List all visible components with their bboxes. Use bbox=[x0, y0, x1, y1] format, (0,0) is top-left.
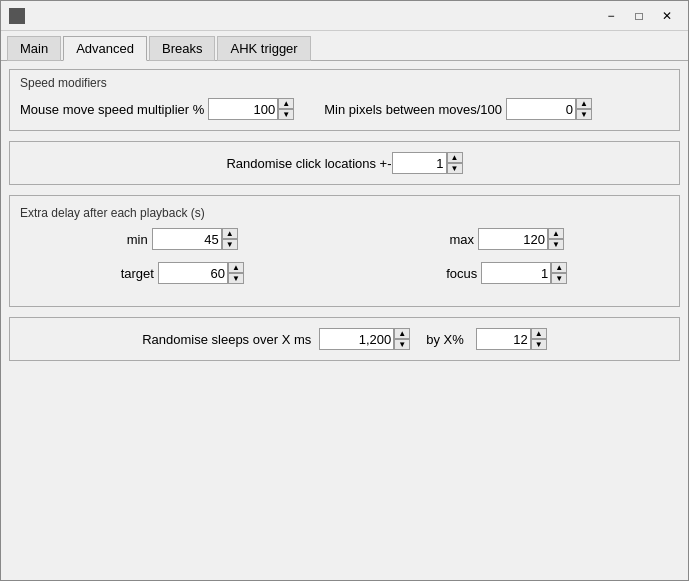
tab-ahk[interactable]: AHK trigger bbox=[217, 36, 310, 61]
target-input[interactable] bbox=[158, 262, 228, 284]
target-down[interactable]: ▼ bbox=[228, 273, 244, 284]
randomise-clicks-row: Randomise click locations +- ▲ ▼ bbox=[20, 152, 669, 174]
by-label: by X% bbox=[426, 332, 464, 347]
maximize-button[interactable]: □ bbox=[626, 5, 652, 27]
min-col: min ▲ ▼ bbox=[20, 228, 345, 250]
focus-label: focus bbox=[446, 266, 477, 281]
min-label: min bbox=[127, 232, 148, 247]
tab-breaks[interactable]: Breaks bbox=[149, 36, 215, 61]
randomise-sleeps-label: Randomise sleeps over X ms bbox=[142, 332, 311, 347]
target-col: target ▲ ▼ bbox=[20, 262, 345, 284]
min-pixels-input[interactable] bbox=[506, 98, 576, 120]
by-spinner: ▲ ▼ bbox=[476, 328, 547, 350]
focus-col: focus ▲ ▼ bbox=[345, 262, 670, 284]
randomise-clicks-down[interactable]: ▼ bbox=[447, 163, 463, 174]
extra-delay-title: Extra delay after each playback (s) bbox=[20, 206, 669, 220]
mouse-speed-spinbtns: ▲ ▼ bbox=[278, 98, 294, 120]
focus-up[interactable]: ▲ bbox=[551, 262, 567, 273]
min-down[interactable]: ▼ bbox=[222, 239, 238, 250]
min-pixels-spinbtns: ▲ ▼ bbox=[576, 98, 592, 120]
min-spinbtns: ▲ ▼ bbox=[222, 228, 238, 250]
mouse-speed-label: Mouse move speed multiplier % bbox=[20, 102, 204, 117]
speed-modifiers-row: Mouse move speed multiplier % ▲ ▼ Min pi… bbox=[20, 98, 669, 120]
focus-down[interactable]: ▼ bbox=[551, 273, 567, 284]
tab-main[interactable]: Main bbox=[7, 36, 61, 61]
xms-input[interactable] bbox=[319, 328, 394, 350]
randomise-clicks-input[interactable] bbox=[392, 152, 447, 174]
target-label: target bbox=[121, 266, 154, 281]
xms-up[interactable]: ▲ bbox=[394, 328, 410, 339]
randomise-clicks-label: Randomise click locations +- bbox=[226, 156, 391, 171]
target-spinner: ▲ ▼ bbox=[158, 262, 244, 284]
target-spinbtns: ▲ ▼ bbox=[228, 262, 244, 284]
focus-spinner: ▲ ▼ bbox=[481, 262, 567, 284]
max-spinner: ▲ ▼ bbox=[478, 228, 564, 250]
xms-down[interactable]: ▼ bbox=[394, 339, 410, 350]
by-down[interactable]: ▼ bbox=[531, 339, 547, 350]
randomise-clicks-spinbtns: ▲ ▼ bbox=[447, 152, 463, 174]
min-up[interactable]: ▲ bbox=[222, 228, 238, 239]
minimize-button[interactable]: − bbox=[598, 5, 624, 27]
randomise-sleeps-row: Randomise sleeps over X ms ▲ ▼ by X% ▲ ▼ bbox=[20, 328, 669, 350]
mouse-speed-input[interactable] bbox=[208, 98, 278, 120]
min-pixels-down[interactable]: ▼ bbox=[576, 109, 592, 120]
max-input[interactable] bbox=[478, 228, 548, 250]
min-pixels-label: Min pixels between moves/100 bbox=[324, 102, 502, 117]
min-input[interactable] bbox=[152, 228, 222, 250]
randomise-clicks-spinner: ▲ ▼ bbox=[392, 152, 463, 174]
mouse-speed-up[interactable]: ▲ bbox=[278, 98, 294, 109]
min-pixels-group: Min pixels between moves/100 ▲ ▼ bbox=[324, 98, 592, 120]
by-up[interactable]: ▲ bbox=[531, 328, 547, 339]
max-down[interactable]: ▼ bbox=[548, 239, 564, 250]
extra-delay-section: Extra delay after each playback (s) min … bbox=[9, 195, 680, 307]
xms-spinbtns: ▲ ▼ bbox=[394, 328, 410, 350]
randomise-clicks-section: Randomise click locations +- ▲ ▼ bbox=[9, 141, 680, 185]
by-input[interactable] bbox=[476, 328, 531, 350]
speed-modifiers-section: Speed modifiers Mouse move speed multipl… bbox=[9, 69, 680, 131]
target-focus-row: target ▲ ▼ focus ▲ bbox=[20, 262, 669, 284]
max-spinbtns: ▲ ▼ bbox=[548, 228, 564, 250]
tab-advanced[interactable]: Advanced bbox=[63, 36, 147, 61]
focus-input[interactable] bbox=[481, 262, 551, 284]
min-max-row: min ▲ ▼ max ▲ ▼ bbox=[20, 228, 669, 250]
target-up[interactable]: ▲ bbox=[228, 262, 244, 273]
mouse-speed-group: Mouse move speed multiplier % ▲ ▼ bbox=[20, 98, 294, 120]
xms-spinner: ▲ ▼ bbox=[319, 328, 410, 350]
focus-spinbtns: ▲ ▼ bbox=[551, 262, 567, 284]
speed-modifiers-title: Speed modifiers bbox=[20, 76, 669, 90]
content-area: Speed modifiers Mouse move speed multipl… bbox=[1, 61, 688, 580]
app-icon bbox=[9, 8, 25, 24]
randomise-sleeps-section: Randomise sleeps over X ms ▲ ▼ by X% ▲ ▼ bbox=[9, 317, 680, 361]
min-pixels-spinner: ▲ ▼ bbox=[506, 98, 592, 120]
max-up[interactable]: ▲ bbox=[548, 228, 564, 239]
max-label: max bbox=[449, 232, 474, 247]
mouse-speed-down[interactable]: ▼ bbox=[278, 109, 294, 120]
min-spinner: ▲ ▼ bbox=[152, 228, 238, 250]
main-window: − □ ✕ Main Advanced Breaks AHK trigger S… bbox=[0, 0, 689, 581]
mouse-speed-spinner: ▲ ▼ bbox=[208, 98, 294, 120]
tab-bar: Main Advanced Breaks AHK trigger bbox=[1, 31, 688, 61]
max-col: max ▲ ▼ bbox=[345, 228, 670, 250]
randomise-clicks-up[interactable]: ▲ bbox=[447, 152, 463, 163]
min-pixels-up[interactable]: ▲ bbox=[576, 98, 592, 109]
title-bar: − □ ✕ bbox=[1, 1, 688, 31]
close-button[interactable]: ✕ bbox=[654, 5, 680, 27]
by-spinbtns: ▲ ▼ bbox=[531, 328, 547, 350]
